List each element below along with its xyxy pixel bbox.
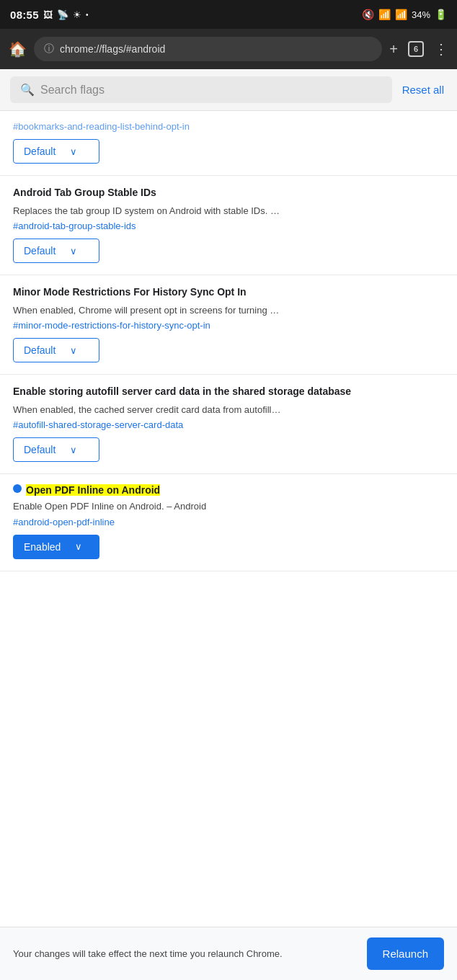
flag-anchor-link[interactable]: #android-open-pdf-inline	[13, 517, 444, 527]
flags-content: #bookmarks-and-reading-list-behind-opt-i…	[0, 111, 457, 658]
more-menu-icon[interactable]: ⋮	[434, 40, 448, 58]
flag-partial-link[interactable]: #bookmarks-and-reading-list-behind-opt-i…	[13, 121, 444, 132]
flag-title-highlighted: Open PDF Inline on Android	[26, 484, 160, 496]
flag-dropdown-button[interactable]: Default ∨	[13, 239, 99, 263]
flag-item: Minor Mode Restrictions For History Sync…	[0, 275, 457, 375]
flag-description: Replaces the tab group ID system on Andr…	[13, 204, 444, 218]
dropdown-label: Enabled	[24, 541, 61, 553]
status-time: 08:55	[10, 9, 39, 21]
flag-dropdown-button[interactable]: Default ∨	[13, 139, 99, 164]
address-bar: 🏠 ⓘ chrome://flags/#android + 6 ⋮	[0, 29, 457, 69]
flag-dropdown-button[interactable]: Default ∨	[13, 437, 99, 462]
relaunch-button[interactable]: Relaunch	[367, 937, 444, 970]
search-input[interactable]: Search flags	[40, 84, 105, 97]
flag-description: When enabled, the cached server credit c…	[13, 403, 444, 417]
search-icon: 🔍	[20, 83, 35, 97]
dropdown-label: Default	[24, 146, 56, 157]
status-cast-icon: 📡	[57, 9, 68, 20]
flag-title: Minor Mode Restrictions For History Sync…	[13, 285, 444, 300]
url-display: chrome://flags/#android	[60, 43, 372, 55]
flag-anchor-link[interactable]: #android-tab-group-stable-ids	[13, 220, 444, 231]
flag-item: Open PDF Inline on Android Enable Open P…	[0, 474, 457, 571]
flag-title-row: Open PDF Inline on Android	[13, 484, 444, 496]
bottom-bar: Your changes will take effect the next t…	[0, 927, 457, 980]
search-bar: 🔍 Search flags Reset all	[0, 69, 457, 111]
relaunch-message: Your changes will take effect the next t…	[13, 947, 355, 961]
new-tab-icon[interactable]: +	[389, 41, 398, 58]
signal-icon: 📶	[395, 9, 407, 20]
flag-active-dot	[13, 484, 22, 493]
battery-text: 34%	[412, 9, 430, 20]
spacer	[0, 571, 457, 593]
flag-dropdown-button-enabled[interactable]: Enabled ∨	[13, 535, 99, 559]
tabs-icon[interactable]: 6	[408, 41, 424, 57]
url-pill[interactable]: ⓘ chrome://flags/#android	[34, 37, 382, 61]
flag-item: #bookmarks-and-reading-list-behind-opt-i…	[0, 111, 457, 176]
dropdown-arrow-icon: ∨	[70, 146, 77, 157]
flag-anchor-link[interactable]: #autofill-shared-storage-server-card-dat…	[13, 419, 444, 430]
dropdown-label: Default	[24, 344, 56, 356]
dropdown-arrow-icon: ∨	[70, 445, 77, 455]
flag-title: Enable storing autofill server card data…	[13, 385, 444, 399]
flag-anchor-link[interactable]: #minor-mode-restrictions-for-history-syn…	[13, 320, 444, 331]
mute-icon: 🔇	[362, 9, 374, 20]
battery-icon: 🔋	[435, 9, 447, 20]
flag-item: Android Tab Group Stable IDs Replaces th…	[0, 176, 457, 275]
status-photo-icon: 🖼	[43, 9, 53, 20]
flag-dropdown-button[interactable]: Default ∨	[13, 338, 99, 362]
dropdown-label: Default	[24, 444, 56, 455]
info-icon: ⓘ	[44, 43, 54, 55]
dropdown-arrow-icon: ∨	[75, 541, 82, 552]
search-input-wrap[interactable]: 🔍 Search flags	[10, 76, 392, 103]
dropdown-arrow-icon: ∨	[70, 345, 77, 356]
home-icon[interactable]: 🏠	[9, 40, 27, 58]
flag-description: Enable Open PDF Inline on Android. – And…	[13, 499, 444, 514]
reset-all-button[interactable]: Reset all	[399, 79, 447, 100]
status-brightness-icon: ☀	[73, 9, 81, 20]
status-dot: •	[86, 11, 89, 19]
address-bar-actions: + 6 ⋮	[389, 40, 448, 58]
flag-description: When enabled, Chrome will present opt in…	[13, 303, 444, 318]
dropdown-label: Default	[24, 245, 56, 257]
flag-title: Android Tab Group Stable IDs	[13, 186, 444, 200]
dropdown-arrow-icon: ∨	[70, 246, 77, 257]
status-bar: 08:55 🖼 📡 ☀ • 🔇 📶 📶 34% 🔋	[0, 0, 457, 29]
wifi-icon: 📶	[378, 9, 391, 20]
flag-item: Enable storing autofill server card data…	[0, 375, 457, 474]
